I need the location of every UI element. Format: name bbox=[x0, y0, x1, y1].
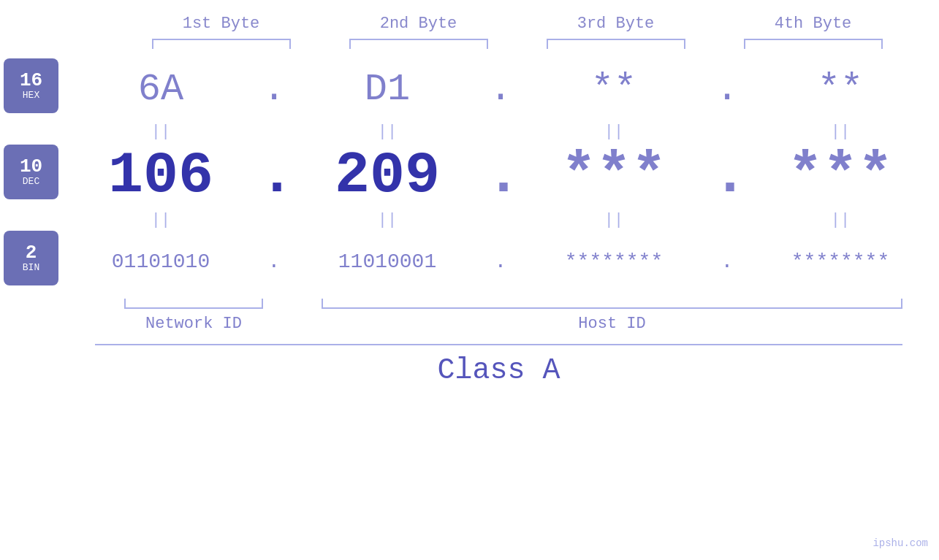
bracket-cell-1 bbox=[123, 39, 320, 49]
eq-cells-1: || || || || bbox=[62, 123, 939, 141]
hex-base-label: HEX bbox=[23, 90, 39, 101]
bin-base-num: 2 bbox=[26, 243, 37, 262]
eq-cell-1-2: || bbox=[289, 123, 486, 141]
bin-dot3: . bbox=[712, 250, 742, 273]
hex-byte2-cell: D1 bbox=[289, 68, 486, 111]
bottom-brackets-container: Network ID Host ID bbox=[0, 299, 939, 333]
host-bracket-cell bbox=[322, 299, 939, 309]
bracket-cell-4 bbox=[715, 39, 912, 49]
host-id-label: Host ID bbox=[322, 315, 939, 333]
eq-cell-1-4: || bbox=[742, 123, 939, 141]
dec-byte4-value: *** bbox=[788, 142, 893, 209]
hex-cells: 6A . D1 . ** . ** bbox=[62, 68, 939, 111]
hex-badge: 16 HEX bbox=[4, 58, 58, 113]
eq-cell-1-3: || bbox=[515, 123, 712, 141]
main-container: 1st Byte 2nd Byte 3rd Byte 4th Byte 16 H… bbox=[0, 0, 939, 560]
bin-byte2-value: 11010001 bbox=[338, 250, 436, 273]
eq-cells-2: || || || || bbox=[62, 211, 939, 229]
spacer1 bbox=[292, 299, 322, 309]
class-section: Class A bbox=[0, 344, 939, 387]
hex-byte1-value: 6A bbox=[138, 68, 183, 111]
bracket-1 bbox=[152, 39, 291, 49]
net-bracket-cell bbox=[95, 299, 292, 309]
bottom-brackets-row bbox=[95, 299, 939, 309]
dec-badge: 10 DEC bbox=[4, 145, 58, 199]
hex-byte3-value: ** bbox=[591, 68, 636, 111]
bin-row: 2 BIN 01101010 . 11010001 . ******** . *… bbox=[0, 231, 939, 293]
bin-byte2-cell: 11010001 bbox=[289, 250, 486, 273]
hex-byte4-cell: ** bbox=[742, 68, 939, 111]
bin-base-label: BIN bbox=[23, 262, 39, 274]
hex-byte1-cell: 6A bbox=[62, 68, 259, 111]
eq-cell-2-2: || bbox=[289, 211, 486, 229]
dec-byte4-cell: *** bbox=[742, 142, 939, 209]
equals-row-1: || || || || bbox=[0, 120, 939, 142]
hex-badge-slot: 16 HEX bbox=[0, 58, 62, 120]
watermark: ipshu.com bbox=[873, 537, 928, 549]
hex-row: 16 HEX 6A . D1 . ** . ** bbox=[0, 58, 939, 120]
hex-dot2: . bbox=[486, 68, 515, 111]
bracket-cell-2 bbox=[320, 39, 517, 49]
host-bracket bbox=[322, 299, 902, 309]
bin-byte1-cell: 01101010 bbox=[62, 250, 259, 273]
bin-byte1-value: 01101010 bbox=[112, 250, 210, 273]
dec-byte1-cell: 106 bbox=[62, 142, 259, 209]
bin-cells: 01101010 . 11010001 . ******** . *******… bbox=[62, 250, 939, 273]
dec-dot2: . bbox=[486, 142, 515, 209]
bracket-3 bbox=[547, 39, 685, 49]
dec-cells: 106 . 209 . *** . *** bbox=[62, 142, 939, 209]
equals-row-2: || || || || bbox=[0, 209, 939, 231]
dec-byte2-cell: 209 bbox=[289, 142, 486, 209]
hex-byte3-cell: ** bbox=[515, 68, 712, 111]
bin-badge: 2 BIN bbox=[4, 231, 58, 285]
hex-byte4-value: ** bbox=[818, 68, 863, 111]
class-divider-line bbox=[95, 344, 902, 345]
bin-byte4-cell: ******** bbox=[742, 250, 939, 273]
byte-headers: 1st Byte 2nd Byte 3rd Byte 4th Byte bbox=[0, 15, 939, 33]
hex-base-num: 16 bbox=[20, 71, 42, 90]
dec-byte1-value: 106 bbox=[108, 142, 213, 209]
bin-dot1: . bbox=[259, 250, 289, 273]
top-brackets bbox=[0, 37, 939, 51]
network-id-label: Network ID bbox=[95, 315, 292, 333]
byte3-header: 3rd Byte bbox=[517, 15, 715, 33]
bin-badge-slot: 2 BIN bbox=[0, 231, 62, 293]
dec-base-num: 10 bbox=[20, 157, 42, 176]
net-bracket bbox=[124, 299, 263, 309]
dec-base-label: DEC bbox=[23, 176, 39, 188]
dec-row: 10 DEC 106 . 209 . *** . *** bbox=[0, 142, 939, 209]
class-label: Class A bbox=[95, 354, 902, 387]
bracket-2 bbox=[349, 39, 488, 49]
hex-dot3: . bbox=[712, 68, 742, 111]
byte2-header: 2nd Byte bbox=[320, 15, 517, 33]
id-labels-row: Network ID Host ID bbox=[95, 315, 939, 333]
dec-byte3-cell: *** bbox=[515, 142, 712, 209]
byte4-header: 4th Byte bbox=[715, 15, 912, 33]
bracket-cell-3 bbox=[517, 39, 715, 49]
bin-dot2: . bbox=[486, 250, 515, 273]
dec-dot3: . bbox=[712, 142, 742, 209]
bin-byte3-cell: ******** bbox=[515, 250, 712, 273]
eq-cell-2-1: || bbox=[62, 211, 259, 229]
spacer2 bbox=[292, 315, 322, 333]
bracket-4 bbox=[744, 39, 883, 49]
eq-cell-1-1: || bbox=[62, 123, 259, 141]
hex-dot1: . bbox=[259, 68, 289, 111]
bin-byte3-value: ******** bbox=[565, 250, 663, 273]
dec-byte2-value: 209 bbox=[335, 142, 440, 209]
hex-byte2-value: D1 bbox=[365, 68, 410, 111]
eq-cell-2-4: || bbox=[742, 211, 939, 229]
byte1-header: 1st Byte bbox=[123, 15, 320, 33]
dec-badge-slot: 10 DEC bbox=[0, 145, 62, 207]
eq-cell-2-3: || bbox=[515, 211, 712, 229]
bin-byte4-value: ******** bbox=[791, 250, 889, 273]
dec-dot1: . bbox=[259, 142, 289, 209]
dec-byte3-value: *** bbox=[561, 142, 666, 209]
